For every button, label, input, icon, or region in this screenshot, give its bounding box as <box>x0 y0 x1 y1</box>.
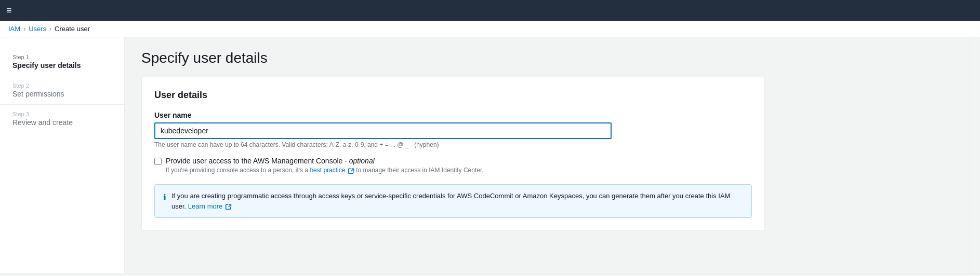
console-access-checkbox[interactable] <box>154 158 162 165</box>
main-layout: Step 1 Specify user details Step 2 Set p… <box>0 37 980 273</box>
hamburger-icon[interactable]: ≡ <box>6 5 12 16</box>
footer: Cancel Next <box>0 273 980 276</box>
main-content: Specify user details User details User n… <box>125 37 970 273</box>
username-hint: The user name can have up to 64 characte… <box>154 141 752 148</box>
breadcrumb-users[interactable]: Users <box>29 25 46 33</box>
sidebar-step-1[interactable]: Step 1 Specify user details <box>0 48 124 76</box>
username-input[interactable] <box>154 122 612 139</box>
console-access-sub: If you're providing console access to a … <box>166 167 484 174</box>
username-group: User name The user name can have up to 6… <box>154 111 752 148</box>
best-practice-link[interactable]: best practice <box>310 167 345 174</box>
card-title: User details <box>154 90 752 101</box>
info-icon: ℹ <box>163 191 166 204</box>
sidebar-step-2-label: Step 2 <box>12 82 112 89</box>
sidebar-step-3[interactable]: Step 3 Review and create <box>0 105 124 133</box>
sidebar-step-3-label: Step 3 <box>12 111 112 117</box>
info-box: ℹ If you are creating programmatic acces… <box>154 184 752 218</box>
username-label: User name <box>154 111 752 119</box>
best-practice-external-link-icon <box>348 168 354 174</box>
breadcrumb-sep-2: › <box>49 25 51 33</box>
console-access-row: Provide user access to the AWS Managemen… <box>154 157 752 174</box>
info-text: If you are creating programmatic access … <box>171 191 743 211</box>
learn-more-link[interactable]: Learn more <box>188 202 222 210</box>
sidebar-step-2-title: Set permissions <box>12 90 112 98</box>
user-details-card: User details User name The user name can… <box>141 77 765 231</box>
breadcrumb-current: Create user <box>55 25 90 33</box>
sidebar-step-2[interactable]: Step 2 Set permissions <box>0 76 124 105</box>
right-panel <box>970 37 980 273</box>
breadcrumb-sep-1: › <box>23 25 25 33</box>
top-bar: ≡ <box>0 0 980 21</box>
breadcrumb: IAM › Users › Create user <box>0 21 980 37</box>
page-title: Specify user details <box>141 50 953 66</box>
sidebar-step-3-title: Review and create <box>12 118 112 127</box>
console-access-label: Provide user access to the AWS Managemen… <box>166 157 484 165</box>
breadcrumb-iam[interactable]: IAM <box>8 25 20 33</box>
sidebar-step-1-title: Specify user details <box>12 61 112 70</box>
learn-more-external-link-icon <box>226 203 232 210</box>
sidebar: Step 1 Specify user details Step 2 Set p… <box>0 37 125 273</box>
sidebar-step-1-label: Step 1 <box>12 54 112 60</box>
console-access-label-group: Provide user access to the AWS Managemen… <box>166 157 484 174</box>
